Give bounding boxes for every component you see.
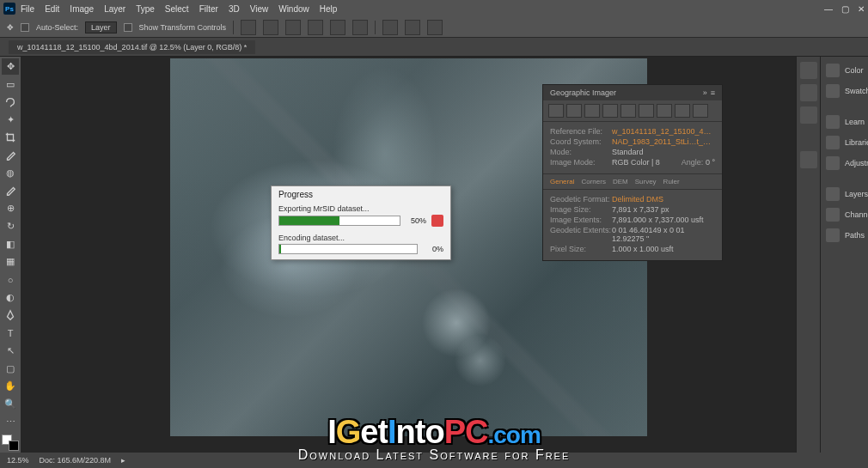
panel-paths[interactable]: Paths [821,225,868,246]
gi-tool-2[interactable] [566,104,582,118]
gi-tool-7[interactable] [657,104,672,118]
eyedropper-tool[interactable] [2,147,19,163]
type-tool[interactable]: T [2,325,19,341]
show-transform-label: Show Transform Controls [139,23,227,32]
menu-view[interactable]: View [250,4,269,14]
panel-icon-4[interactable] [800,151,817,168]
menu-select[interactable]: Select [165,4,189,14]
panel-color[interactable]: Color [821,60,868,81]
gi-collapse-icon[interactable]: » [703,88,707,97]
panel-icon-2[interactable] [800,84,817,101]
gi-toolbar [543,100,722,122]
magic-wand-tool[interactable]: ✦ [2,112,19,128]
document-tab[interactable]: w_10141118_12_15100_4bd_2014.tif @ 12.5%… [9,40,255,54]
right-panels: Color Swatches Learn Libraries Adjustmen… [820,57,868,453]
progress-bar-2 [278,244,418,254]
distribute-button-1[interactable] [382,20,398,35]
channels-icon [826,208,840,222]
gi-angle-value: 0 ° [706,158,715,167]
menu-edit[interactable]: Edit [45,4,59,14]
zoom-tool[interactable]: 🔍 [2,396,19,412]
menu-file[interactable]: File [21,4,34,14]
menu-3d[interactable]: 3D [229,4,240,14]
progress-bar-1 [278,216,400,226]
auto-select-checkbox[interactable] [21,23,29,32]
brush-tool[interactable] [2,183,19,199]
lasso-tool[interactable] [2,94,19,110]
options-bar: ✥ Auto-Select: Layer Show Transform Cont… [0,17,868,38]
align-center-h-button[interactable] [263,20,278,35]
progress-title: Progress [272,186,450,203]
gi-tab-dem[interactable]: DEM [613,178,628,185]
gi-tool-4[interactable] [602,104,618,118]
gi-tab-ruler[interactable]: Ruler [663,178,680,185]
color-swatches[interactable] [2,435,19,451]
move-tool-icon: ✥ [7,23,14,32]
gi-tool-6[interactable] [639,104,654,118]
panel-channels[interactable]: Channels [821,204,868,225]
panel-icon-1[interactable] [800,62,817,79]
gi-tool-9[interactable] [693,104,708,118]
menu-window[interactable]: Window [278,4,309,14]
gi-coord-value: NAD_1983_2011_StLi…t_FIPS_3103_Ft_US [612,137,715,146]
panel-adjustments[interactable]: Adjustments [821,153,868,173]
gi-geoext-label: Geodetic Extents: [550,226,612,243]
panel-learn[interactable]: Learn [821,112,868,132]
gi-menu-icon[interactable]: ≡ [711,88,715,97]
gi-geofmt-label: Geodetic Format: [550,195,612,204]
marquee-tool[interactable]: ▭ [2,76,19,93]
show-transform-checkbox[interactable] [124,23,132,32]
align-center-v-button[interactable] [330,20,345,35]
shape-tool[interactable]: ▢ [2,361,19,377]
status-chevron-icon[interactable]: ▸ [121,456,125,465]
blur-tool[interactable]: ○ [2,271,19,288]
gi-tab-general[interactable]: General [550,178,574,185]
menu-image[interactable]: Image [70,4,94,14]
close-icon[interactable]: ✕ [858,4,865,14]
crop-tool[interactable] [2,130,19,146]
gi-tool-5[interactable] [620,104,636,118]
gi-tool-8[interactable] [675,104,690,118]
auto-select-dropdown[interactable]: Layer [85,21,117,33]
healing-tool[interactable]: ◍ [2,165,19,181]
maximize-icon[interactable]: ▢ [841,4,849,14]
menu-type[interactable]: Type [136,4,155,14]
path-tool[interactable]: ↖ [2,343,19,359]
gi-tab-survey[interactable]: Survey [635,178,657,185]
eraser-tool[interactable]: ◧ [2,236,19,252]
gi-tool-1[interactable] [548,104,564,118]
dodge-tool[interactable]: ◐ [2,289,19,306]
history-brush-tool[interactable]: ↻ [2,218,19,234]
move-tool[interactable]: ✥ [2,58,19,75]
panel-swatches[interactable]: Swatches [821,81,868,101]
panel-icon-3[interactable] [800,106,817,124]
zoom-level[interactable]: 12.5% [7,456,29,465]
distribute-button-3[interactable] [427,20,443,35]
photoshop-icon: Ps [3,3,15,15]
panel-libraries[interactable]: Libraries [821,132,868,153]
gi-tool-3[interactable] [584,104,600,118]
menu-help[interactable]: Help [320,4,338,14]
geographic-imager-panel[interactable]: Geographic Imager » ≡ Reference File:w_1… [542,84,723,261]
gi-tab-corners[interactable]: Corners [581,178,605,185]
progress-stop-button[interactable] [431,215,443,227]
gradient-tool[interactable]: ▦ [2,254,19,270]
align-left-button[interactable] [241,20,256,35]
gi-header[interactable]: Geographic Imager » ≡ [543,85,722,100]
menu-layer[interactable]: Layer [104,4,125,14]
background-color[interactable] [9,441,19,451]
align-right-button[interactable] [285,20,301,35]
panel-layers[interactable]: Layers [821,184,868,204]
gi-title: Geographic Imager [550,88,616,97]
distribute-button-2[interactable] [405,20,420,35]
clone-stamp-tool[interactable]: ⊕ [2,201,19,217]
hand-tool[interactable]: ✋ [2,378,19,394]
menu-filter[interactable]: Filter [199,4,218,14]
gi-geofmt-value[interactable]: Delimited DMS [612,195,715,204]
align-top-button[interactable] [308,20,323,35]
pen-tool[interactable] [2,307,19,324]
align-bottom-button[interactable] [352,20,368,35]
gi-imgmode-label: Image Mode: [550,158,612,167]
edit-toolbar[interactable]: ⋯ [2,414,19,430]
minimize-icon[interactable]: — [824,4,833,14]
